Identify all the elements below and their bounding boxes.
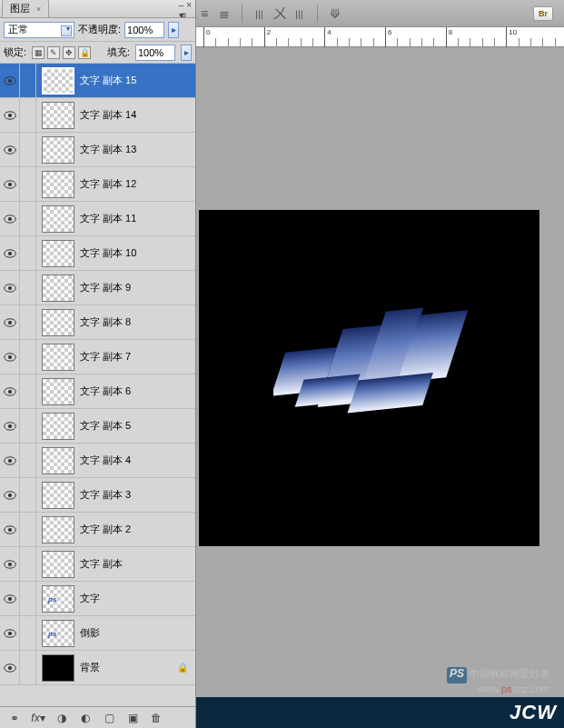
layer-thumbnail[interactable]: [42, 309, 74, 336]
visibility-eye-icon[interactable]: [0, 651, 20, 685]
visibility-eye-icon[interactable]: [0, 374, 20, 409]
lock-all-icon[interactable]: 🔒: [78, 46, 91, 59]
visibility-eye-icon[interactable]: [0, 64, 20, 98]
link-cell[interactable]: [20, 478, 36, 513]
layer-thumbnail[interactable]: [42, 205, 74, 233]
layer-thumbnail[interactable]: ps: [42, 585, 74, 613]
blend-mode-dropdown[interactable]: 正常: [4, 22, 74, 38]
lock-transparency-icon[interactable]: ▦: [32, 46, 45, 59]
visibility-eye-icon[interactable]: [0, 340, 20, 374]
layer-thumbnail[interactable]: [42, 654, 74, 682]
tab-layers[interactable]: 图层 ×: [2, 0, 49, 17]
fill-input[interactable]: 100%: [135, 45, 175, 61]
lock-pixels-icon[interactable]: ✎: [47, 46, 60, 59]
visibility-eye-icon[interactable]: [0, 547, 20, 582]
layer-row[interactable]: 文字 副本 5: [0, 409, 195, 444]
layer-row[interactable]: 文字 副本 10: [0, 236, 195, 271]
visibility-eye-icon[interactable]: [0, 167, 20, 202]
layer-thumbnail[interactable]: [42, 67, 74, 95]
link-cell[interactable]: [20, 236, 36, 271]
layer-thumbnail[interactable]: [42, 136, 74, 164]
trash-icon[interactable]: 🗑: [149, 712, 163, 724]
distribute-icon-3[interactable]: ⫼: [292, 5, 308, 22]
link-cell[interactable]: [20, 409, 36, 444]
visibility-eye-icon[interactable]: [0, 582, 20, 616]
layer-thumbnail[interactable]: [42, 274, 74, 302]
layer-row[interactable]: ps文字: [0, 582, 195, 616]
lock-position-icon[interactable]: ✥: [63, 46, 75, 59]
panel-menu-icon[interactable]: – ×▾≡: [179, 0, 192, 20]
layer-thumbnail[interactable]: [42, 378, 74, 405]
layer-row[interactable]: 文字 副本 2: [0, 513, 195, 547]
layer-row[interactable]: 文字 副本 9: [0, 271, 195, 305]
layer-row[interactable]: 文字 副本 11: [0, 202, 195, 236]
link-cell[interactable]: [20, 651, 36, 685]
group-icon[interactable]: ▢: [102, 712, 116, 724]
visibility-eye-icon[interactable]: [0, 616, 20, 651]
visibility-eye-icon[interactable]: [0, 305, 20, 340]
layer-row[interactable]: 文字 副本 6: [0, 374, 195, 409]
link-cell[interactable]: [20, 547, 36, 582]
layer-row[interactable]: 文字 副本 8: [0, 305, 195, 340]
new-layer-icon[interactable]: ▣: [125, 712, 140, 724]
link-cell[interactable]: [20, 340, 36, 374]
layer-row[interactable]: ps倒影: [0, 616, 195, 651]
fx-icon[interactable]: fx▾: [31, 712, 45, 724]
layer-thumbnail[interactable]: [42, 516, 74, 544]
layer-row[interactable]: 文字 副本 13: [0, 133, 195, 167]
link-cell[interactable]: [20, 582, 36, 616]
layer-row[interactable]: 文字 副本 12: [0, 167, 195, 202]
link-cell[interactable]: [20, 98, 36, 133]
link-cell[interactable]: [20, 167, 36, 202]
distribute-icon-1[interactable]: ⫼: [252, 5, 268, 22]
layer-thumbnail[interactable]: [42, 413, 74, 440]
layer-row[interactable]: 文字 副本 4: [0, 444, 195, 478]
align-icon-2[interactable]: ≣: [216, 5, 233, 22]
visibility-eye-icon[interactable]: [0, 478, 20, 513]
link-cell[interactable]: [20, 271, 36, 305]
layer-row[interactable]: 文字 副本 14: [0, 98, 195, 133]
link-cell[interactable]: [20, 374, 36, 409]
link-layers-icon[interactable]: ⚭: [7, 712, 22, 724]
mask-icon[interactable]: ◑: [54, 712, 69, 724]
fill-flyout-icon[interactable]: ▸: [181, 45, 192, 61]
visibility-eye-icon[interactable]: [0, 409, 20, 444]
bridge-button[interactable]: Br: [533, 6, 553, 21]
layer-list[interactable]: 文字 副本 15文字 副本 14文字 副本 13文字 副本 12文字 副本 11…: [0, 64, 195, 706]
visibility-eye-icon[interactable]: [0, 513, 20, 547]
canvas[interactable]: [199, 210, 539, 546]
visibility-eye-icon[interactable]: [0, 271, 20, 305]
layer-thumbnail[interactable]: [42, 102, 74, 129]
opacity-input[interactable]: 100%: [124, 22, 164, 38]
layer-row[interactable]: 文字 副本 15: [0, 64, 195, 98]
layer-row[interactable]: 文字 副本 7: [0, 340, 195, 374]
distribute-icon-2[interactable]: 㐅: [272, 5, 288, 22]
layer-thumbnail[interactable]: [42, 344, 74, 371]
link-cell[interactable]: [20, 305, 36, 340]
adjustment-icon[interactable]: ◐: [78, 712, 93, 724]
close-icon[interactable]: ×: [36, 5, 41, 14]
layer-thumbnail[interactable]: [42, 551, 74, 578]
visibility-eye-icon[interactable]: [0, 444, 20, 478]
opacity-flyout-icon[interactable]: ▸: [168, 22, 179, 38]
visibility-eye-icon[interactable]: [0, 98, 20, 133]
arrange-icon[interactable]: ⟱: [327, 5, 343, 22]
visibility-eye-icon[interactable]: [0, 236, 20, 271]
visibility-eye-icon[interactable]: [0, 133, 20, 167]
layer-thumbnail[interactable]: [42, 447, 74, 474]
layer-thumbnail[interactable]: [42, 171, 74, 198]
link-cell[interactable]: [20, 616, 36, 651]
link-cell[interactable]: [20, 133, 36, 167]
visibility-eye-icon[interactable]: [0, 202, 20, 236]
layer-row[interactable]: 文字 副本 3: [0, 478, 195, 513]
layer-thumbnail[interactable]: [42, 240, 74, 267]
layer-thumbnail[interactable]: ps: [42, 620, 74, 647]
align-icon-1[interactable]: ≡: [196, 5, 213, 22]
layer-row[interactable]: 文字 副本: [0, 547, 195, 582]
layer-thumbnail[interactable]: [42, 482, 74, 509]
layer-row[interactable]: 背景🔒: [0, 651, 195, 685]
link-cell[interactable]: [20, 513, 36, 547]
link-cell[interactable]: [20, 64, 36, 98]
link-cell[interactable]: [20, 202, 36, 236]
link-cell[interactable]: [20, 444, 36, 478]
